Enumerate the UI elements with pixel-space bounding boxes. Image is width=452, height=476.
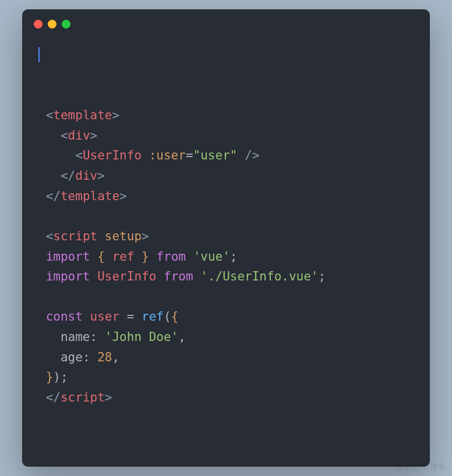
token-tag-bracket: </: [46, 189, 61, 203]
token-tag-bracket: >: [90, 129, 98, 143]
token-brace: }: [46, 370, 54, 384]
token-tag-bracket: <: [46, 229, 54, 243]
token-plain: [90, 350, 98, 364]
token-func: ref: [142, 310, 164, 324]
window-titlebar: [22, 9, 430, 33]
token-tag-name: div: [75, 169, 97, 183]
token-punct: ,: [112, 350, 119, 364]
token-tag-name: template: [61, 189, 119, 203]
token-number: 28: [97, 350, 112, 364]
watermark: @51CTO博客: [396, 462, 446, 473]
token-punct: :: [83, 350, 90, 364]
token-plain: [134, 250, 142, 264]
token-string: 'John Doe': [105, 330, 178, 344]
token-plain: [97, 330, 105, 344]
token-brace: {: [171, 310, 179, 324]
token-plain: [142, 148, 149, 162]
token-keyword: import: [46, 250, 90, 264]
token-plain: [156, 269, 164, 283]
code-line: <script setup>: [38, 226, 414, 247]
token-plain: [83, 310, 90, 324]
token-tag-bracket: >: [112, 108, 119, 122]
token-ident: ref: [112, 250, 134, 264]
code-content: <template> <div> <UserInfo :user="user" …: [38, 105, 414, 408]
token-tag-bracket: <: [61, 129, 68, 143]
code-line: age: 28,: [38, 347, 414, 368]
token-attr-name: setup: [105, 229, 142, 243]
token-tag-bracket: </: [46, 390, 61, 404]
token-punct: ;: [319, 269, 326, 283]
token-punct: :: [90, 330, 98, 344]
token-keyword: from: [156, 250, 186, 264]
token-plain: [105, 250, 112, 264]
token-tag-name: script: [53, 229, 97, 243]
text-cursor: [38, 47, 40, 62]
token-tag-bracket: >: [142, 229, 149, 243]
token-tag-bracket: <: [75, 148, 83, 162]
token-punct: ;: [230, 250, 238, 264]
token-prop: name: [61, 330, 90, 344]
token-string: 'vue': [193, 250, 230, 264]
code-line: });: [38, 367, 414, 388]
token-brace: }: [142, 250, 149, 264]
code-line: const user = ref({: [38, 307, 414, 327]
code-window: <template> <div> <UserInfo :user="user" …: [22, 9, 430, 467]
code-line: <div>: [38, 126, 414, 146]
code-line: </div>: [38, 166, 414, 186]
code-line: <template>: [38, 105, 414, 126]
token-punct: =: [127, 310, 135, 324]
token-plain: [97, 229, 105, 243]
maximize-icon[interactable]: [62, 20, 70, 29]
token-ident: user: [90, 310, 120, 324]
code-line: </template>: [38, 186, 414, 207]
token-attr-value: "user": [193, 148, 238, 162]
code-line: [38, 287, 414, 307]
token-tag-name: UserInfo: [83, 148, 142, 162]
token-plain: [186, 250, 193, 264]
token-plain: [193, 269, 201, 283]
token-ident: UserInfo: [97, 269, 156, 283]
token-plain: [119, 310, 127, 324]
token-plain: [90, 250, 98, 264]
token-plain: [134, 310, 142, 324]
token-prop: age: [61, 350, 83, 364]
token-keyword: import: [46, 269, 90, 283]
code-line: <UserInfo :user="user" />: [38, 145, 414, 166]
code-line: name: 'John Doe',: [38, 327, 414, 347]
token-tag-bracket: >: [105, 390, 112, 404]
token-plain: [237, 148, 245, 162]
token-keyword: const: [46, 310, 83, 324]
token-plain: [90, 269, 98, 283]
token-tag-bracket: <: [46, 108, 54, 122]
token-punct: ;: [61, 370, 68, 384]
code-line: </script>: [38, 388, 414, 408]
close-icon[interactable]: [34, 20, 43, 29]
token-punct: ): [53, 370, 61, 384]
token-keyword: from: [164, 269, 193, 283]
code-line: import { ref } from 'vue';: [38, 247, 414, 267]
code-line: [38, 206, 414, 226]
token-punct: =: [186, 148, 193, 162]
token-tag-name: template: [53, 108, 112, 122]
token-tag-bracket: </: [61, 169, 75, 183]
token-tag-bracket: >: [119, 189, 127, 203]
token-plain: [149, 250, 157, 264]
code-line: import UserInfo from './UserInfo.vue';: [38, 267, 414, 287]
token-punct: ,: [178, 330, 186, 344]
minimize-icon[interactable]: [48, 20, 57, 29]
token-string: './UserInfo.vue': [200, 269, 318, 283]
token-tag-bracket: >: [97, 169, 105, 183]
token-tag-name: div: [68, 129, 90, 143]
token-tag-bracket: />: [245, 148, 259, 162]
token-brace: {: [97, 250, 105, 264]
token-tag-name: script: [61, 390, 105, 404]
token-attr-name: :user: [149, 148, 186, 162]
token-punct: (: [164, 310, 171, 324]
code-area: <template> <div> <UserInfo :user="user" …: [22, 33, 430, 467]
